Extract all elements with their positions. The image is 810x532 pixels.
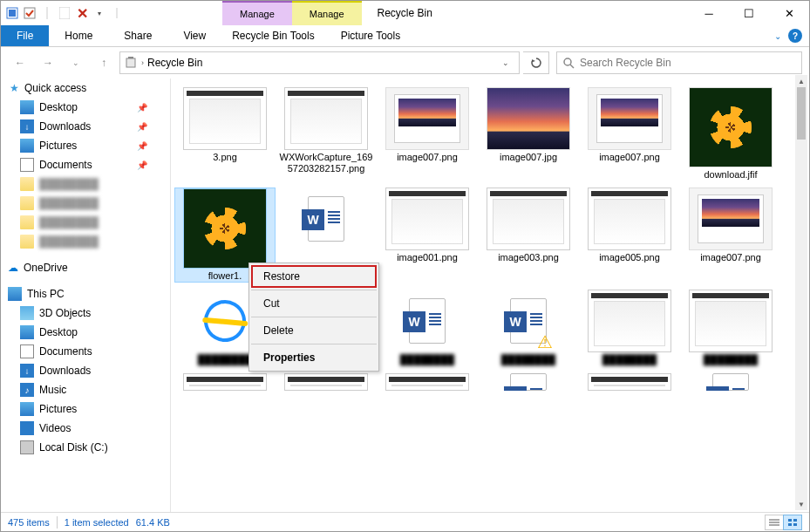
address-box[interactable]: › Recycle Bin ⌄	[119, 51, 520, 74]
file-item[interactable]	[377, 373, 478, 391]
file-name: WXWorkCapture_16957203282157.png	[278, 152, 374, 174]
onedrive-icon: ☁	[8, 262, 18, 274]
3dobjects-icon	[20, 306, 34, 320]
recycle-bin-icon[interactable]	[4, 5, 20, 21]
file-name: ████████	[198, 354, 252, 365]
scroll-up-arrow[interactable]: ▲	[795, 75, 807, 87]
blank-doc-icon[interactable]	[57, 5, 72, 21]
up-button[interactable]: ↑	[92, 51, 116, 75]
sidebar-item-localdisk[interactable]: Local Disk (C:)	[1, 438, 170, 457]
sidebar-item-3dobjects[interactable]: 3D Objects	[1, 304, 170, 323]
file-item[interactable]: ████████	[377, 290, 478, 365]
sidebar-item-blurred[interactable]: ████████	[1, 194, 170, 213]
navigation-pane[interactable]: ★ Quick access Desktop📌 ↓Downloads📌 Pict…	[1, 78, 171, 513]
separator-icon	[39, 5, 55, 21]
sidebar-item-pictures[interactable]: Pictures📌	[1, 136, 170, 155]
file-item[interactable]: download.jfif	[680, 87, 781, 181]
sidebar-item-desktop2[interactable]: Desktop	[1, 323, 170, 342]
forward-button[interactable]: →	[36, 51, 60, 75]
path-chevron-icon[interactable]: ›	[141, 58, 144, 67]
pictures-icon	[20, 139, 34, 153]
minimize-button[interactable]: ─	[689, 1, 729, 25]
file-item[interactable]	[579, 373, 680, 391]
file-item[interactable]	[478, 373, 579, 391]
breadcrumb-location[interactable]: Recycle Bin	[147, 57, 202, 69]
back-button[interactable]: ←	[8, 51, 32, 75]
file-tab[interactable]: File	[1, 25, 49, 46]
sidebar-item-blurred[interactable]: ████████	[1, 174, 170, 194]
ctx-delete[interactable]: Delete	[251, 319, 377, 342]
sidebar-onedrive[interactable]: ☁OneDrive	[1, 258, 170, 277]
help-icon[interactable]: ?	[788, 29, 802, 43]
svg-point-8	[564, 58, 571, 65]
ctx-properties[interactable]: Properties	[251, 346, 377, 369]
ctx-restore[interactable]: Restore	[251, 265, 377, 288]
sidebar-item-documents[interactable]: Documents📌	[1, 155, 170, 174]
maximize-button[interactable]: ☐	[729, 1, 769, 25]
ctx-cut[interactable]: Cut	[251, 292, 377, 315]
sidebar-thispc[interactable]: This PC	[1, 284, 170, 304]
file-item[interactable]: image007.png	[377, 87, 478, 181]
sidebar-item-music[interactable]: ♪Music	[1, 380, 170, 399]
file-item[interactable]: image001.png	[377, 188, 478, 283]
music-label: Music	[39, 384, 66, 396]
file-name: ████████	[501, 354, 555, 365]
documents-icon	[20, 344, 34, 358]
thispc-label: This PC	[27, 288, 65, 300]
tab-view[interactable]: View	[167, 25, 221, 46]
file-item[interactable]: image005.png	[579, 188, 680, 283]
file-name: download.jfif	[704, 169, 757, 181]
close-button[interactable]: ✕	[769, 1, 809, 25]
status-bar: 475 items 1 item selected 61.4 KB	[1, 512, 809, 531]
sidebar-item-blurred[interactable]: ████████	[1, 232, 170, 251]
file-name: image005.png	[599, 252, 660, 263]
tab-recycle-tools[interactable]: Recycle Bin Tools	[221, 25, 325, 46]
file-item[interactable]: image007.jpg	[478, 87, 579, 181]
file-item[interactable]: image007.png	[579, 87, 680, 181]
details-view-button[interactable]	[765, 515, 784, 530]
downloads-icon: ↓	[20, 119, 34, 133]
refresh-button[interactable]	[523, 51, 549, 74]
delete-x-icon[interactable]: ✕	[74, 5, 90, 21]
file-item[interactable]	[680, 373, 781, 391]
sidebar-item-downloads[interactable]: ↓Downloads📌	[1, 117, 170, 136]
vertical-scrollbar[interactable]: ▲ ▼	[795, 75, 807, 510]
folder-icon	[20, 235, 34, 249]
sidebar-item-videos[interactable]: Videos	[1, 419, 170, 438]
file-item[interactable]: image007.png	[680, 188, 781, 283]
search-box[interactable]: Search Recycle Bin	[556, 51, 802, 74]
file-item[interactable]: ████████	[680, 290, 781, 365]
tab-share[interactable]: Share	[108, 25, 167, 46]
file-item[interactable]	[174, 373, 276, 391]
sidebar-item-blurred[interactable]: ████████	[1, 213, 170, 232]
qat-dropdown-icon[interactable]: ▾	[92, 5, 107, 21]
context-tab-recycle: Manage	[222, 1, 292, 25]
scroll-down-arrow[interactable]: ▼	[795, 498, 807, 510]
svg-rect-16	[793, 523, 797, 526]
address-dropdown[interactable]: ⌄	[496, 58, 515, 67]
recent-dropdown[interactable]: ⌄	[64, 51, 88, 75]
file-item[interactable]: WXWorkCapture_16957203282157.png	[276, 87, 377, 181]
tab-picture-tools[interactable]: Picture Tools	[325, 25, 416, 46]
context-tabs: Manage Manage	[222, 1, 362, 25]
file-item[interactable]: 3.png	[174, 87, 276, 181]
icons-view-button[interactable]	[783, 515, 802, 530]
localdisk-label: Local Disk (C:)	[39, 441, 108, 454]
sidebar-item-downloads2[interactable]: ↓Downloads	[1, 361, 170, 380]
file-item[interactable]	[276, 373, 377, 391]
tab-home[interactable]: Home	[49, 25, 108, 46]
file-item[interactable]: ⚠████████	[478, 290, 579, 365]
properties-icon[interactable]	[22, 5, 37, 21]
ribbon-collapse-icon[interactable]: ⌄	[774, 31, 781, 41]
sidebar-item-pictures2[interactable]: Pictures	[1, 399, 170, 419]
selection-count: 1 item selected	[65, 517, 129, 528]
sidebar-item-desktop[interactable]: Desktop📌	[1, 98, 170, 117]
file-item[interactable]: image003.png	[478, 188, 579, 283]
thumbnail	[588, 87, 671, 150]
quick-access-header[interactable]: ★ Quick access	[1, 78, 170, 98]
file-name: ████████	[400, 354, 454, 365]
svg-rect-4	[59, 7, 70, 19]
scroll-thumb[interactable]	[797, 87, 806, 140]
sidebar-item-documents2[interactable]: Documents	[1, 342, 170, 361]
file-item[interactable]: ████████	[579, 290, 680, 365]
